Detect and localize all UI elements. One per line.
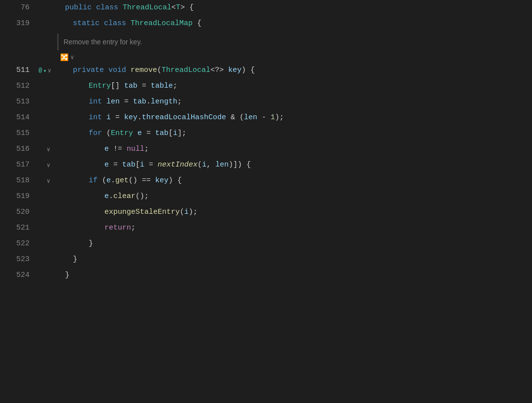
code-content-512: Entry[] tab = table; <box>53 78 532 94</box>
code-lines: 76 public class ThreadLocal<T> { 319 sta… <box>0 0 532 283</box>
tooltip-section: Remove the entry for key. 🔀 ∨ <box>0 32 532 63</box>
icon-row: 🔀 ∨ <box>57 52 532 63</box>
code-line-76: 76 public class ThreadLocal<T> { <box>0 0 532 16</box>
code-content-319: static class ThreadLocalMap { <box>53 16 532 32</box>
at-icon: @ <box>38 67 42 74</box>
line-number-76: 76 <box>0 0 35 16</box>
line-number-514: 514 <box>0 110 35 126</box>
gutter-516[interactable]: ∨ <box>35 141 53 157</box>
gutter-520 <box>35 204 53 220</box>
code-editor: 76 public class ThreadLocal<T> { 319 sta… <box>0 0 532 403</box>
code-content-520: expungeStaleEntry(i); <box>53 204 532 220</box>
line-number-518: 518 <box>0 173 35 189</box>
gutter-522 <box>35 236 53 252</box>
line-number-516: 516 <box>0 141 35 157</box>
hint-content: Remove the entry for key. 🔀 ∨ <box>53 32 532 63</box>
gutter-319 <box>35 16 53 32</box>
code-line-522: 522 } <box>0 236 532 252</box>
gutter-513 <box>35 94 53 110</box>
line-number-524: 524 <box>0 268 35 283</box>
code-content-524: } <box>53 268 532 283</box>
gutter-518[interactable]: ∨ <box>35 173 53 189</box>
code-line-521: 521 return; <box>0 220 532 236</box>
gutter-76 <box>35 0 53 16</box>
gutter-524 <box>35 268 53 283</box>
code-content-523: } <box>53 252 532 268</box>
code-line-520: 520 expungeStaleEntry(i); <box>0 204 532 220</box>
gutter-511[interactable]: @ ✦ ∨ <box>35 63 53 78</box>
code-content-516: e != null; <box>53 141 532 157</box>
gutter-521 <box>35 220 53 236</box>
line-number-520: 520 <box>0 204 35 220</box>
tooltip-text: Remove the entry for key. <box>64 35 532 48</box>
line-number-517: 517 <box>0 157 35 173</box>
code-line-518: 518 ∨ if (e.get() == key) { <box>0 173 532 189</box>
hint-gutter <box>35 32 53 63</box>
code-content-514: int i = key.threadLocalHashCode & (len -… <box>53 110 532 126</box>
code-line-319: 319 static class ThreadLocalMap { <box>0 16 532 32</box>
code-content-76: public class ThreadLocal<T> { <box>53 0 532 16</box>
code-line-513: 513 int len = tab.length; <box>0 94 532 110</box>
code-content-519: e.clear(); <box>53 189 532 204</box>
chevron-down-511[interactable]: ∨ <box>48 67 51 74</box>
code-line-519: 519 e.clear(); <box>0 189 532 204</box>
code-line-517: 517 ∨ e = tab[i = nextIndex(i, len)]) { <box>0 157 532 173</box>
gutter-519 <box>35 189 53 204</box>
chevron-down-518[interactable]: ∨ <box>47 177 50 185</box>
gutter-517[interactable]: ∨ <box>35 157 53 173</box>
code-line-514: 514 int i = key.threadLocalHashCode & (l… <box>0 110 532 126</box>
code-content-513: int len = tab.length; <box>53 94 532 110</box>
code-line-515: 515 for (Entry e = tab[i]; <box>0 126 532 141</box>
gutter-523 <box>35 252 53 268</box>
method-icon: 🔀 <box>60 53 68 62</box>
code-content-518: if (e.get() == key) { <box>53 173 532 189</box>
line-number-523: 523 <box>0 252 35 268</box>
code-line-516: 516 ∨ e != null; <box>0 141 532 157</box>
line-number-521: 521 <box>0 220 35 236</box>
line-number-522: 522 <box>0 236 35 252</box>
line-number-512: 512 <box>0 78 35 94</box>
bookmark-icon: ✦ <box>43 67 47 74</box>
code-content-522: } <box>53 236 532 252</box>
chevron-down-517[interactable]: ∨ <box>47 162 50 169</box>
line-number-519: 519 <box>0 189 35 204</box>
hint-ln <box>0 32 35 63</box>
code-content-517: e = tab[i = nextIndex(i, len)]) { <box>53 157 532 173</box>
code-content-521: return; <box>53 220 532 236</box>
gutter-515 <box>35 126 53 141</box>
line-number-319: 319 <box>0 16 35 32</box>
code-content-515: for (Entry e = tab[i]; <box>53 126 532 141</box>
chevron-icon[interactable]: ∨ <box>70 54 74 61</box>
gutter-514 <box>35 110 53 126</box>
code-line-523: 523 } <box>0 252 532 268</box>
line-number-511: 511 <box>0 63 35 78</box>
gutter-512 <box>35 78 53 94</box>
code-line-524: 524 } <box>0 268 532 283</box>
code-content-511: private void remove(ThreadLocal<?> key) … <box>53 63 532 78</box>
chevron-down-516[interactable]: ∨ <box>47 146 50 153</box>
line-number-513: 513 <box>0 94 35 110</box>
line-number-515: 515 <box>0 126 35 141</box>
code-line-512: 512 Entry[] tab = table; <box>0 78 532 94</box>
code-line-511: 511 @ ✦ ∨ private void remove(ThreadLoca… <box>0 63 532 78</box>
